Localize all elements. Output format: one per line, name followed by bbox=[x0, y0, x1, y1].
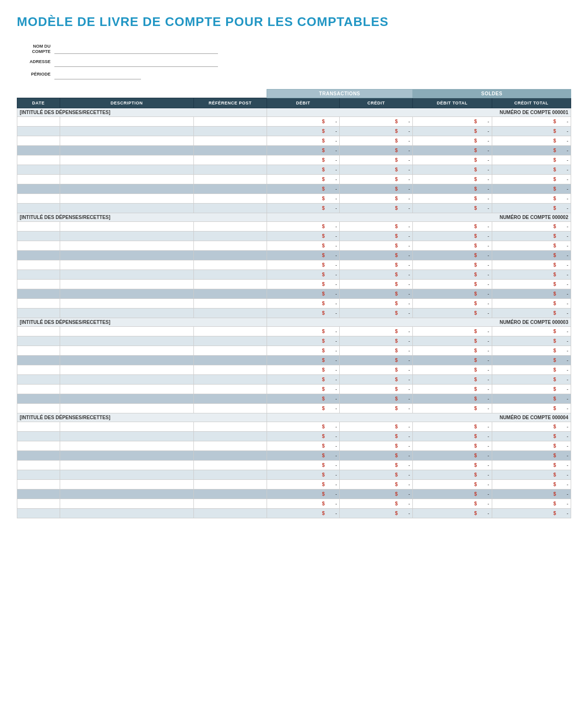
cell-debit: $ - bbox=[267, 145, 340, 155]
cell-credit: $ - bbox=[340, 289, 413, 298]
credit-total-value: - bbox=[557, 396, 568, 401]
cell-credit-total: $ - bbox=[492, 289, 571, 298]
cell-ref bbox=[193, 145, 267, 155]
cell-desc bbox=[60, 499, 193, 508]
dollar-sign: $ bbox=[553, 243, 556, 248]
debit-total-value: - bbox=[478, 177, 489, 182]
dollar-sign: $ bbox=[553, 396, 556, 401]
cell-date bbox=[17, 193, 60, 203]
debit-value: - bbox=[326, 367, 337, 373]
cell-credit: $ - bbox=[340, 231, 413, 241]
cell-ref bbox=[193, 431, 267, 441]
table-row: $ -$ -$ -$ - bbox=[17, 165, 571, 174]
cell-credit: $ - bbox=[340, 145, 413, 155]
cell-ref bbox=[193, 403, 267, 413]
cell-ref bbox=[193, 231, 267, 241]
debit-total-value: - bbox=[478, 119, 489, 124]
group-header-row: TRANSACTIONS SOLDES bbox=[17, 89, 571, 98]
dollar-sign: $ bbox=[553, 443, 556, 449]
cell-debit-total: $ - bbox=[413, 145, 492, 155]
cell-debit-total: $ - bbox=[413, 184, 492, 193]
cell-desc bbox=[60, 308, 193, 318]
table-row: $ -$ -$ -$ - bbox=[17, 326, 571, 336]
credit-total-value: - bbox=[557, 348, 568, 353]
cell-debit: $ - bbox=[267, 441, 340, 450]
debit-total-value: - bbox=[478, 338, 489, 344]
cell-desc bbox=[60, 470, 193, 479]
cell-date bbox=[17, 260, 60, 270]
dollar-sign: $ bbox=[322, 406, 325, 411]
dollar-sign: $ bbox=[474, 482, 477, 487]
cell-debit-total: $ - bbox=[413, 470, 492, 479]
credit-value: - bbox=[399, 177, 410, 182]
dollar-sign: $ bbox=[474, 282, 477, 287]
dollar-sign: $ bbox=[474, 501, 477, 506]
table-row: $ -$ -$ -$ - bbox=[17, 231, 571, 241]
debit-total-value: - bbox=[478, 377, 489, 382]
dollar-sign: $ bbox=[553, 167, 556, 172]
cell-ref bbox=[193, 384, 267, 394]
cell-desc bbox=[60, 270, 193, 279]
debit-total-value: - bbox=[478, 282, 489, 287]
cell-desc bbox=[60, 336, 193, 346]
dollar-sign: $ bbox=[553, 272, 556, 277]
cell-desc bbox=[60, 355, 193, 365]
credit-value: - bbox=[399, 243, 410, 248]
cell-debit: $ - bbox=[267, 365, 340, 374]
credit-value: - bbox=[399, 511, 410, 516]
th-description: DESCRIPTION bbox=[60, 98, 193, 108]
dollar-sign: $ bbox=[553, 157, 556, 163]
table-row: $ -$ -$ -$ - bbox=[17, 136, 571, 145]
cell-credit: $ - bbox=[340, 203, 413, 213]
credit-value: - bbox=[399, 167, 410, 172]
cell-credit: $ - bbox=[340, 260, 413, 270]
debit-total-value: - bbox=[478, 406, 489, 411]
dollar-sign: $ bbox=[474, 291, 477, 296]
debit-total-value: - bbox=[478, 206, 489, 211]
debit-value: - bbox=[326, 472, 337, 477]
cell-credit: $ - bbox=[340, 355, 413, 365]
debit-value: - bbox=[326, 396, 337, 401]
cell-debit-total: $ - bbox=[413, 450, 492, 460]
cell-debit-total: $ - bbox=[413, 431, 492, 441]
cell-debit: $ - bbox=[267, 203, 340, 213]
dollar-sign: $ bbox=[395, 186, 398, 192]
cell-credit: $ - bbox=[340, 365, 413, 374]
credit-value: - bbox=[399, 291, 410, 296]
debit-total-value: - bbox=[478, 329, 489, 334]
input-period[interactable] bbox=[54, 70, 141, 79]
cell-credit-total: $ - bbox=[492, 431, 571, 441]
dollar-sign: $ bbox=[322, 511, 325, 516]
credit-total-value: - bbox=[557, 329, 568, 334]
cell-date bbox=[17, 470, 60, 479]
credit-total-value: - bbox=[557, 443, 568, 449]
cell-credit: $ - bbox=[340, 460, 413, 470]
dollar-sign: $ bbox=[474, 206, 477, 211]
cell-date bbox=[17, 203, 60, 213]
cell-desc bbox=[60, 298, 193, 308]
cell-credit: $ - bbox=[340, 270, 413, 279]
dollar-sign: $ bbox=[553, 329, 556, 334]
dollar-sign: $ bbox=[553, 463, 556, 468]
input-account[interactable] bbox=[54, 44, 218, 54]
debit-value: - bbox=[326, 186, 337, 192]
dollar-sign: $ bbox=[474, 367, 477, 373]
cell-ref bbox=[193, 289, 267, 298]
credit-total-value: - bbox=[557, 338, 568, 344]
cell-credit: $ - bbox=[340, 136, 413, 145]
input-address[interactable] bbox=[54, 57, 218, 67]
dollar-sign: $ bbox=[322, 206, 325, 211]
dollar-sign: $ bbox=[322, 282, 325, 287]
dollar-sign: $ bbox=[553, 348, 556, 353]
table-row: $ -$ -$ -$ - bbox=[17, 450, 571, 460]
credit-value: - bbox=[399, 472, 410, 477]
table-row: $ -$ -$ -$ - bbox=[17, 431, 571, 441]
dollar-sign: $ bbox=[322, 157, 325, 163]
cell-debit-total: $ - bbox=[413, 508, 492, 518]
credit-total-value: - bbox=[557, 424, 568, 429]
cell-date bbox=[17, 346, 60, 355]
dollar-sign: $ bbox=[322, 186, 325, 192]
cell-date bbox=[17, 479, 60, 489]
cell-desc bbox=[60, 250, 193, 260]
debit-value: - bbox=[326, 511, 337, 516]
